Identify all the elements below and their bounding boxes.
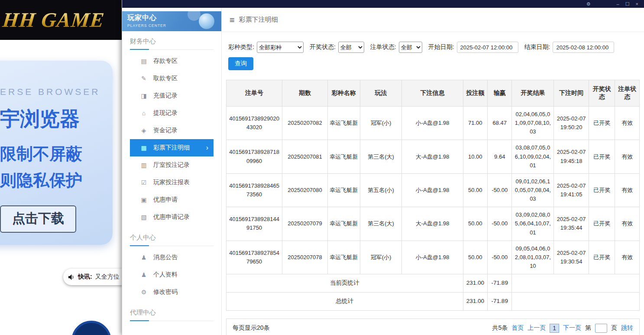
speaker-icon <box>68 274 75 280</box>
page-prefix: 第 <box>585 324 591 332</box>
cell-lottery: 幸运飞艇新 <box>327 241 360 274</box>
withdraw-icon: ✎ <box>140 75 147 82</box>
cell-amount: 50.00 <box>463 173 487 207</box>
end-date-input[interactable] <box>553 42 614 53</box>
sidebar-item-hall-bet-records[interactable]: ▥ 厅室投注记录 <box>130 156 214 174</box>
profile-icon: ♟ <box>140 271 147 278</box>
sidebar-item-promo-apply-records[interactable]: ▧ 优惠申请记录 <box>130 208 214 226</box>
cell-win-loss: -50.00 <box>488 173 512 207</box>
sidebar-item-profile[interactable]: ♟ 个人资料 <box>130 266 214 283</box>
cell-result: 09,05,04,06,02,08,01,03,07,10 <box>512 241 554 274</box>
draw-status-select[interactable]: 全部 <box>338 42 364 53</box>
total-summary-row: 总统计 231.00 -71.89 <box>227 293 640 311</box>
col-draw-status: 开奖状态 <box>589 80 615 107</box>
sidebar-item-withdraw-records[interactable]: ⌂ 提现记录 <box>130 104 214 122</box>
main-content: ≡ 彩票下注明细 彩种类型: 全部彩种 开奖状态: 全部 注单状态: 全部 开始… <box>222 8 644 335</box>
sidebar-item-lottery-bet-details[interactable]: ▦ 彩票下注明细 › <box>130 139 214 156</box>
sidebar-item-label: 厅室投注记录 <box>153 161 190 169</box>
col-win-loss: 输赢 <box>488 80 512 107</box>
summary-label: 当前页统计 <box>227 274 463 293</box>
sidebar-item-fund-records[interactable]: ◈ 资金记录 <box>130 122 214 139</box>
cell-bet-info: 大-A盘@1.98 <box>402 207 463 241</box>
jump-link[interactable]: 跳转 <box>621 324 633 332</box>
sidebar-item-announcements[interactable]: ♟ 消息公告 <box>130 249 214 266</box>
cell-period: 20250207079 <box>282 207 328 241</box>
sidebar-item-label: 充值记录 <box>153 92 178 100</box>
page-suffix: 页 <box>611 324 617 332</box>
cell-amount: 10.00 <box>463 140 487 173</box>
prev-page-link[interactable]: 上一页 <box>527 324 546 332</box>
cell-lottery: 幸运飞艇新 <box>327 173 360 207</box>
sidebar-item-recharge-records[interactable]: ◨ 充值记录 <box>130 87 214 104</box>
col-bet-info: 下注信息 <box>402 80 463 107</box>
end-date-label: 结束日期: <box>524 43 550 51</box>
page-title: 彩票下注明细 <box>239 16 278 24</box>
maximize-icon[interactable]: ☐ <box>623 2 632 7</box>
promo-headline: 宇浏览器 <box>0 106 113 133</box>
gear-icon: ⚙ <box>140 289 147 296</box>
download-button[interactable]: 点击下载 <box>0 205 76 233</box>
cell-lottery: 幸运飞艇新 <box>327 140 360 173</box>
cell-amount: 71.00 <box>463 107 487 140</box>
table-row: 401569173892814491750 20250207079 幸运飞艇新 … <box>227 207 640 241</box>
col-order-status: 注单状态 <box>615 80 640 107</box>
window-titlebar: ⚙ – ☐ × <box>122 0 644 8</box>
start-date-input[interactable] <box>457 42 518 53</box>
lottery-type-select[interactable]: 全部彩种 <box>257 42 304 53</box>
total-count: 共5条 <box>492 324 508 332</box>
hall-bet-icon: ▥ <box>140 162 147 169</box>
cell-draw-status: 已开奖 <box>589 241 615 274</box>
promo-tagline: ERSE BROWSER <box>0 87 113 97</box>
sidebar-header: 玩家中心 PLAYERS CENTER <box>122 11 221 31</box>
summary-win-loss: -71.89 <box>488 274 512 293</box>
col-bet-time: 下注时间 <box>554 80 589 107</box>
minimize-icon[interactable]: – <box>615 2 621 7</box>
first-page-link[interactable]: 首页 <box>511 324 524 332</box>
filter-bar: 彩种类型: 全部彩种 开奖状态: 全部 注单状态: 全部 开始日期: 结束日期: <box>226 32 640 53</box>
current-page-summary-row: 当前页统计 231.00 -71.89 <box>227 274 640 293</box>
cell-order-no: 401569173892814491750 <box>227 207 282 241</box>
table-row: 401569173892785479650 20250207078 幸运飞艇新 … <box>227 241 640 274</box>
sidebar-item-player-bet-report[interactable]: ☑ 玩家投注报表 <box>130 174 214 191</box>
sidebar-item-promo-apply[interactable]: ▣ 优惠申请 <box>130 191 214 208</box>
table-row: 401569173892902043020 20250207082 幸运飞艇新 … <box>227 107 640 140</box>
cell-win-loss: -50.00 <box>488 207 512 241</box>
order-status-select[interactable]: 全部 <box>399 42 422 53</box>
sidebar-item-label: 优惠申请记录 <box>153 213 190 221</box>
section-finance-center: 财务中心 <box>130 37 214 50</box>
deposit-icon: ▤ <box>140 58 147 65</box>
cell-result: 03,08,07,05,06,10,09,02,04,01 <box>512 140 554 173</box>
fund-record-icon: ◈ <box>140 127 147 134</box>
next-page-link[interactable]: 下一页 <box>563 324 581 332</box>
order-status-label: 注单状态: <box>370 43 396 51</box>
summary-empty <box>512 274 640 293</box>
player-center-window: ⚙ – ☐ × 玩家中心 PLAYERS CENTER 财务中心 ▤ 存款专区 … <box>122 0 644 335</box>
sidebar-item-label: 修改密码 <box>153 288 178 296</box>
close-icon[interactable]: × <box>634 2 641 7</box>
sidebar-item-label: 存款专区 <box>153 57 178 65</box>
col-play: 玩法 <box>360 80 402 107</box>
cell-play: 第五名(小) <box>360 173 402 207</box>
page-jump-input[interactable] <box>595 324 607 333</box>
search-button[interactable]: 查询 <box>228 57 253 70</box>
cell-result: 03,09,02,08,05,06,04,10,07,01 <box>512 207 554 241</box>
sidebar-item-deposit-zone[interactable]: ▤ 存款专区 <box>130 52 214 70</box>
sidebar-item-change-password[interactable]: ⚙ 修改密码 <box>130 283 214 301</box>
cell-bet-info: 小-A盘@1.98 <box>402 107 463 140</box>
summary-empty <box>512 293 640 311</box>
cell-bet-time: 2025-02-07 19:35:44 <box>554 207 589 241</box>
ticker-text: 又全方位 <box>95 273 120 281</box>
cell-draw-status: 已开奖 <box>589 140 615 173</box>
sidebar-item-withdraw-zone[interactable]: ✎ 取款专区 <box>130 70 214 87</box>
start-date-label: 开始日期: <box>428 43 454 51</box>
content-header: ≡ 彩票下注明细 <box>222 8 644 32</box>
col-amount: 投注额 <box>463 80 487 107</box>
hamburger-icon[interactable]: ≡ <box>230 16 235 24</box>
settings-gear-icon[interactable]: ⚙ <box>584 2 593 7</box>
cell-amount: 50.00 <box>463 241 487 274</box>
col-lottery: 彩种名称 <box>327 80 360 107</box>
bet-report-icon: ☑ <box>140 179 147 186</box>
summary-win-loss: -71.89 <box>488 293 512 311</box>
current-page[interactable]: 1 <box>550 324 559 333</box>
sidebar: 玩家中心 PLAYERS CENTER 财务中心 ▤ 存款专区 ✎ 取款专区 ◨… <box>122 8 222 335</box>
